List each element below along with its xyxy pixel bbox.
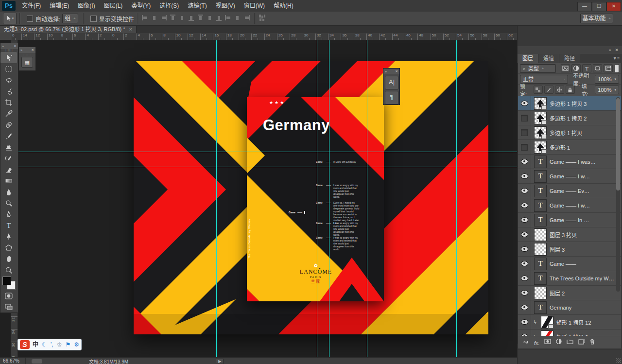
path-selection-tool[interactable]	[0, 231, 17, 242]
show-transform-checkbox[interactable]	[90, 16, 97, 22]
panel-menu-icon[interactable]: ▼≡	[613, 54, 622, 63]
panel-collapse-icon[interactable]: »	[385, 70, 387, 73]
panel-3d-icon[interactable]: ▦	[21, 57, 33, 68]
align-top-icon[interactable]	[169, 14, 176, 23]
tab-图层[interactable]: 图层	[518, 54, 538, 63]
layer-row[interactable]: 多边形 1 拷贝 2	[518, 111, 621, 125]
chinese-mode-icon[interactable]: 中	[33, 340, 38, 349]
dock-collapse-icon[interactable]: »	[608, 48, 611, 52]
menu-item[interactable]: 图像(I)	[73, 0, 99, 12]
layer-group-icon[interactable]	[567, 338, 573, 347]
skin-icon[interactable]: ⚑	[66, 340, 71, 349]
shape-filter-icon[interactable]	[593, 64, 602, 72]
zoom-tool[interactable]	[0, 264, 17, 276]
lock-transparent-icon[interactable]	[534, 86, 543, 94]
eraser-tool[interactable]	[0, 164, 17, 175]
eyedropper-tool[interactable]	[0, 108, 17, 119]
layer-row[interactable]: ↳矩形 1 拷贝 12	[518, 315, 621, 329]
auto-select-checkbox[interactable]	[27, 16, 33, 22]
lock-all-icon[interactable]	[566, 86, 575, 94]
mini-panel[interactable]: »✕ :::::: ▦	[18, 47, 36, 71]
guide-vertical[interactable]	[216, 40, 217, 357]
foreground-color[interactable]	[2, 277, 11, 285]
character-panel-icon[interactable]: A|	[385, 76, 398, 89]
eye-icon[interactable]	[521, 203, 528, 208]
align-bottom-icon[interactable]	[188, 14, 195, 23]
layer-row[interactable]: TThe Trees Outside my W…	[518, 271, 621, 286]
layer-mask-icon[interactable]	[544, 338, 551, 347]
panel-close-icon[interactable]: ✕	[14, 44, 17, 48]
tab-路径[interactable]: 路径	[559, 54, 580, 63]
align-right-icon[interactable]	[160, 14, 167, 23]
color-swatches[interactable]	[0, 276, 17, 290]
eye-icon[interactable]	[521, 217, 528, 223]
eye-icon[interactable]	[521, 290, 528, 295]
hand-tool[interactable]	[0, 253, 17, 264]
new-layer-icon[interactable]	[578, 338, 585, 347]
adjustment-layer-icon[interactable]	[555, 338, 562, 347]
fill-value[interactable]: 100%▾	[595, 86, 619, 94]
guide-vertical[interactable]	[456, 40, 457, 357]
layer-row[interactable]: 图层 3 拷贝	[518, 227, 621, 242]
guide-vertical[interactable]	[329, 40, 329, 357]
lock-position-icon[interactable]	[555, 86, 564, 94]
menu-item[interactable]: 滤镜(T)	[183, 0, 211, 12]
moon-icon[interactable]: ☾	[42, 340, 47, 349]
pen-tool[interactable]	[0, 208, 17, 220]
minimize-button[interactable]: —	[577, 2, 592, 11]
restore-button[interactable]: ❐	[592, 2, 606, 11]
layer-row[interactable]: 多边形 1	[518, 140, 621, 155]
menu-item[interactable]: 窗口(W)	[240, 0, 269, 12]
move-tool[interactable]	[0, 52, 17, 63]
layer-style-icon[interactable]: fx.	[534, 338, 540, 347]
layer-row[interactable]: TGame ——	[518, 257, 621, 271]
crop-tool[interactable]	[0, 97, 17, 108]
layer-row[interactable]: 图层 2	[518, 286, 621, 300]
eye-hidden-box[interactable]	[521, 129, 528, 136]
history-brush-tool[interactable]	[0, 153, 17, 164]
workspace-dropdown[interactable]: 基本功能÷	[580, 14, 613, 23]
tab-close-icon[interactable]: ×	[129, 25, 132, 33]
dock-close-icon[interactable]: ✕	[615, 48, 619, 52]
layer-row[interactable]: 多边形 1 拷贝	[518, 125, 621, 140]
link-layers-icon[interactable]	[523, 338, 530, 347]
brush-tool[interactable]	[0, 130, 17, 141]
menu-item[interactable]: 帮助(H)	[269, 0, 298, 12]
layer-row[interactable]: 图层 3	[518, 242, 621, 257]
screen-mode-button[interactable]	[0, 301, 17, 312]
eye-icon[interactable]	[521, 261, 528, 266]
filter-kind-dropdown[interactable]: ⌕类型÷	[520, 64, 556, 73]
menu-item[interactable]: 类型(Y)	[127, 0, 155, 12]
dist-bottom-icon[interactable]	[215, 14, 223, 23]
guide-vertical[interactable]	[367, 40, 367, 357]
dist-right-icon[interactable]	[243, 14, 250, 23]
character-paragraph-panel[interactable]: »✕ A|¶	[383, 68, 400, 105]
tab-通道[interactable]: 通道	[538, 54, 559, 63]
layer-row[interactable]: TGermany	[518, 300, 621, 315]
poster-design[interactable]: ★★★ Germany Game—— Game——In June 9th Emb…	[247, 97, 384, 301]
filter-toggle[interactable]	[615, 64, 619, 73]
panel-collapse-icon[interactable]: »	[2, 45, 4, 48]
clone-stamp-tool[interactable]	[0, 141, 17, 153]
eye-icon[interactable]	[521, 188, 528, 193]
menu-item[interactable]: 视图(V)	[211, 0, 240, 12]
menu-item[interactable]: 图层(L)	[100, 0, 127, 12]
eye-icon[interactable]	[521, 276, 528, 281]
layer-row[interactable]: TGame —— I w…	[518, 169, 621, 184]
layer-row[interactable]: TGame —— In …	[518, 213, 621, 227]
eye-icon[interactable]	[521, 246, 528, 252]
shape-tool[interactable]	[0, 242, 17, 253]
eye-icon[interactable]	[521, 305, 528, 310]
menu-item[interactable]: 文件(F)	[17, 0, 45, 12]
dist-top-icon[interactable]	[197, 14, 204, 23]
eye-icon[interactable]	[521, 232, 528, 237]
horizontal-ruler[interactable]: 1614121086420246810121416182022242628303…	[0, 33, 517, 40]
smartobject-filter-icon[interactable]	[604, 64, 613, 72]
rectangular-marquee-tool[interactable]	[0, 63, 17, 74]
punctuation-icon[interactable]: ’,	[51, 340, 53, 349]
auto-select-dropdown[interactable]: 组÷	[62, 14, 78, 23]
eye-hidden-box[interactable]	[521, 115, 528, 121]
menu-item[interactable]: 编辑(E)	[45, 0, 73, 12]
document-tab[interactable]: 无题3 -02.psd @ 66.7% (多边形 1 拷贝 3, RGB/8) …	[0, 25, 137, 33]
eye-icon[interactable]	[521, 319, 528, 325]
